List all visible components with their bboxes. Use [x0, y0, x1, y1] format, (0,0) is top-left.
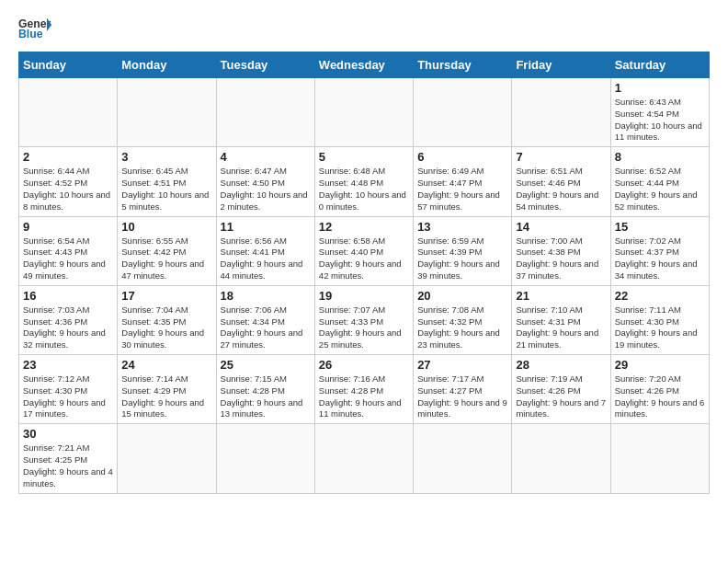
- calendar-cell: 17Sunrise: 7:04 AM Sunset: 4:35 PM Dayli…: [118, 285, 216, 354]
- calendar-cell: 11Sunrise: 6:56 AM Sunset: 4:41 PM Dayli…: [216, 216, 314, 285]
- day-info: Sunrise: 7:14 AM Sunset: 4:29 PM Dayligh…: [121, 373, 211, 420]
- day-info: Sunrise: 7:21 AM Sunset: 4:25 PM Dayligh…: [23, 442, 113, 489]
- day-number: 5: [319, 150, 409, 164]
- day-info: Sunrise: 7:12 AM Sunset: 4:30 PM Dayligh…: [23, 373, 113, 420]
- day-info: Sunrise: 6:44 AM Sunset: 4:52 PM Dayligh…: [23, 166, 113, 213]
- day-info: Sunrise: 6:45 AM Sunset: 4:51 PM Dayligh…: [121, 166, 211, 213]
- day-number: 20: [417, 289, 507, 303]
- generalblue-logo-icon: General Blue: [18, 15, 51, 42]
- day-number: 3: [121, 150, 211, 164]
- calendar-cell: 19Sunrise: 7:07 AM Sunset: 4:33 PM Dayli…: [314, 285, 413, 354]
- calendar-cell: 27Sunrise: 7:17 AM Sunset: 4:27 PM Dayli…: [414, 355, 512, 424]
- dow-wednesday: Wednesday: [314, 52, 413, 78]
- day-number: 17: [121, 289, 211, 303]
- day-number: 15: [615, 220, 705, 234]
- calendar-cell: [216, 78, 314, 147]
- day-number: 2: [23, 150, 113, 164]
- day-info: Sunrise: 6:56 AM Sunset: 4:41 PM Dayligh…: [221, 236, 311, 282]
- day-info: Sunrise: 7:16 AM Sunset: 4:28 PM Dayligh…: [319, 373, 409, 420]
- day-info: Sunrise: 6:52 AM Sunset: 4:44 PM Dayligh…: [615, 166, 705, 213]
- day-number: 22: [615, 289, 705, 303]
- week-row-2: 2Sunrise: 6:44 AM Sunset: 4:52 PM Daylig…: [19, 147, 710, 216]
- calendar-cell: 2Sunrise: 6:44 AM Sunset: 4:52 PM Daylig…: [19, 147, 118, 216]
- week-row-6: 30Sunrise: 7:21 AM Sunset: 4:25 PM Dayli…: [19, 424, 710, 493]
- day-info: Sunrise: 7:03 AM Sunset: 4:36 PM Dayligh…: [23, 304, 113, 351]
- day-number: 18: [221, 289, 311, 303]
- calendar-cell: [414, 78, 512, 147]
- day-number: 11: [221, 220, 311, 234]
- day-number: 6: [417, 150, 507, 164]
- calendar-cell: [314, 78, 413, 147]
- day-number: 26: [319, 358, 409, 372]
- day-info: Sunrise: 7:02 AM Sunset: 4:37 PM Dayligh…: [615, 236, 705, 282]
- day-number: 1: [615, 81, 705, 95]
- day-number: 12: [319, 220, 409, 234]
- calendar-cell: 12Sunrise: 6:58 AM Sunset: 4:40 PM Dayli…: [314, 216, 413, 285]
- calendar-cell: 23Sunrise: 7:12 AM Sunset: 4:30 PM Dayli…: [19, 355, 118, 424]
- day-number: 28: [516, 358, 606, 372]
- day-info: Sunrise: 7:04 AM Sunset: 4:35 PM Dayligh…: [121, 304, 211, 351]
- calendar-cell: 5Sunrise: 6:48 AM Sunset: 4:48 PM Daylig…: [314, 147, 413, 216]
- day-number: 19: [319, 289, 409, 303]
- dow-saturday: Saturday: [610, 52, 709, 78]
- day-info: Sunrise: 6:58 AM Sunset: 4:40 PM Dayligh…: [319, 236, 409, 282]
- day-info: Sunrise: 7:17 AM Sunset: 4:27 PM Dayligh…: [417, 373, 507, 420]
- calendar-cell: 6Sunrise: 6:49 AM Sunset: 4:47 PM Daylig…: [414, 147, 512, 216]
- calendar-cell: 24Sunrise: 7:14 AM Sunset: 4:29 PM Dayli…: [118, 355, 216, 424]
- calendar-cell: [512, 78, 610, 147]
- day-info: Sunrise: 6:43 AM Sunset: 4:54 PM Dayligh…: [615, 97, 705, 144]
- day-info: Sunrise: 7:08 AM Sunset: 4:32 PM Dayligh…: [417, 304, 507, 351]
- calendar-cell: 8Sunrise: 6:52 AM Sunset: 4:44 PM Daylig…: [610, 147, 709, 216]
- calendar-cell: 1Sunrise: 6:43 AM Sunset: 4:54 PM Daylig…: [610, 78, 709, 147]
- day-number: 9: [23, 220, 113, 234]
- week-row-1: 1Sunrise: 6:43 AM Sunset: 4:54 PM Daylig…: [19, 78, 710, 147]
- day-info: Sunrise: 7:06 AM Sunset: 4:34 PM Dayligh…: [221, 304, 311, 351]
- day-number: 7: [516, 150, 606, 164]
- calendar-cell: [118, 78, 216, 147]
- calendar-cell: [216, 424, 314, 493]
- dow-tuesday: Tuesday: [216, 52, 314, 78]
- calendar-cell: 10Sunrise: 6:55 AM Sunset: 4:42 PM Dayli…: [118, 216, 216, 285]
- dow-friday: Friday: [512, 52, 610, 78]
- day-number: 27: [417, 358, 507, 372]
- calendar-cell: [118, 424, 216, 493]
- day-number: 10: [121, 220, 211, 234]
- calendar-cell: 18Sunrise: 7:06 AM Sunset: 4:34 PM Dayli…: [216, 285, 314, 354]
- day-number: 14: [516, 220, 606, 234]
- day-number: 4: [221, 150, 311, 164]
- calendar-cell: 7Sunrise: 6:51 AM Sunset: 4:46 PM Daylig…: [512, 147, 610, 216]
- svg-text:Blue: Blue: [18, 28, 43, 40]
- dow-monday: Monday: [118, 52, 216, 78]
- calendar-cell: [19, 78, 118, 147]
- calendar-cell: [314, 424, 413, 493]
- day-info: Sunrise: 7:20 AM Sunset: 4:26 PM Dayligh…: [615, 373, 705, 420]
- day-info: Sunrise: 7:11 AM Sunset: 4:30 PM Dayligh…: [615, 304, 705, 351]
- calendar-cell: 16Sunrise: 7:03 AM Sunset: 4:36 PM Dayli…: [19, 285, 118, 354]
- page: General Blue SundayMondayTuesdayWednesda…: [0, 0, 728, 563]
- day-info: Sunrise: 6:47 AM Sunset: 4:50 PM Dayligh…: [221, 166, 311, 213]
- week-row-5: 23Sunrise: 7:12 AM Sunset: 4:30 PM Dayli…: [19, 355, 710, 424]
- calendar-body: 1Sunrise: 6:43 AM Sunset: 4:54 PM Daylig…: [19, 78, 710, 494]
- day-info: Sunrise: 7:15 AM Sunset: 4:28 PM Dayligh…: [221, 373, 311, 420]
- day-number: 23: [23, 358, 113, 372]
- calendar-cell: 30Sunrise: 7:21 AM Sunset: 4:25 PM Dayli…: [19, 424, 118, 493]
- week-row-3: 9Sunrise: 6:54 AM Sunset: 4:43 PM Daylig…: [19, 216, 710, 285]
- calendar-cell: 3Sunrise: 6:45 AM Sunset: 4:51 PM Daylig…: [118, 147, 216, 216]
- dow-thursday: Thursday: [414, 52, 512, 78]
- day-info: Sunrise: 6:54 AM Sunset: 4:43 PM Dayligh…: [23, 236, 113, 282]
- dow-sunday: Sunday: [19, 52, 118, 78]
- day-number: 30: [23, 427, 113, 441]
- calendar-cell: [610, 424, 709, 493]
- day-info: Sunrise: 7:19 AM Sunset: 4:26 PM Dayligh…: [516, 373, 606, 420]
- day-info: Sunrise: 6:55 AM Sunset: 4:42 PM Dayligh…: [121, 236, 211, 282]
- day-number: 8: [615, 150, 705, 164]
- calendar-cell: 29Sunrise: 7:20 AM Sunset: 4:26 PM Dayli…: [610, 355, 709, 424]
- calendar-cell: 14Sunrise: 7:00 AM Sunset: 4:38 PM Dayli…: [512, 216, 610, 285]
- day-number: 16: [23, 289, 113, 303]
- calendar-cell: 9Sunrise: 6:54 AM Sunset: 4:43 PM Daylig…: [19, 216, 118, 285]
- day-info: Sunrise: 6:49 AM Sunset: 4:47 PM Dayligh…: [417, 166, 507, 213]
- calendar-cell: 15Sunrise: 7:02 AM Sunset: 4:37 PM Dayli…: [610, 216, 709, 285]
- week-row-4: 16Sunrise: 7:03 AM Sunset: 4:36 PM Dayli…: [19, 285, 710, 354]
- day-info: Sunrise: 7:00 AM Sunset: 4:38 PM Dayligh…: [516, 236, 606, 282]
- calendar-cell: 20Sunrise: 7:08 AM Sunset: 4:32 PM Dayli…: [414, 285, 512, 354]
